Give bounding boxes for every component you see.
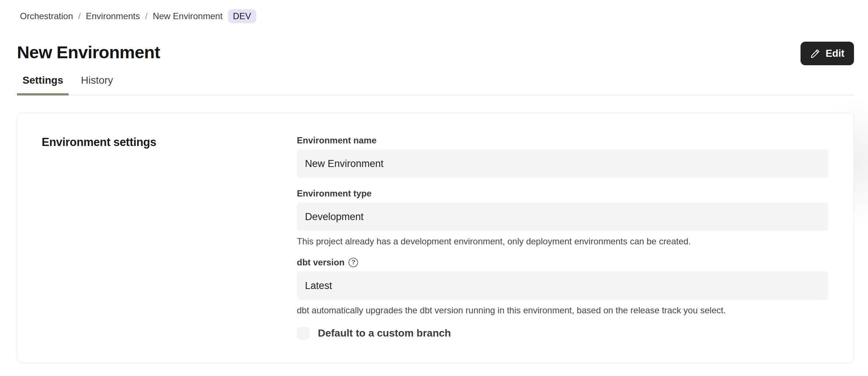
environment-type-helper: This project already has a development e… [297, 236, 829, 247]
environment-type-badge: DEV [228, 9, 256, 23]
card-heading: Environment settings [42, 135, 297, 344]
dbt-version-input[interactable]: Latest [297, 271, 829, 300]
breadcrumb-orchestration[interactable]: Orchestration [20, 11, 73, 21]
breadcrumb-new-environment: New Environment [153, 11, 222, 21]
environment-name-input[interactable]: New Environment [297, 149, 829, 178]
pencil-icon [810, 48, 820, 59]
breadcrumb: Orchestration / Environments / New Envir… [20, 9, 854, 23]
edit-button-label: Edit [826, 48, 844, 59]
environment-name-label: Environment name [297, 135, 829, 146]
custom-branch-label[interactable]: Default to a custom branch [318, 327, 451, 340]
help-icon[interactable]: ? [348, 258, 358, 267]
page-title: New Environment [17, 42, 160, 63]
custom-branch-checkbox[interactable] [297, 327, 310, 340]
tab-bar: Settings History [17, 74, 854, 95]
tab-settings[interactable]: Settings [17, 74, 69, 95]
breadcrumb-separator: / [145, 11, 147, 21]
environment-settings-form: Environment name New Environment Environ… [297, 135, 829, 344]
environment-type-label: Environment type [297, 188, 829, 199]
environment-settings-card: Environment settings Environment name Ne… [17, 112, 854, 363]
environment-type-input[interactable]: Development [297, 202, 829, 231]
field-environment-type: Environment type Development This projec… [297, 188, 829, 247]
dbt-version-helper: dbt automatically upgrades the dbt versi… [297, 305, 829, 316]
title-row: New Environment Edit [17, 42, 854, 65]
breadcrumb-environments[interactable]: Environments [86, 11, 140, 21]
field-environment-name: Environment name New Environment [297, 135, 829, 178]
custom-branch-row: Default to a custom branch [297, 327, 829, 340]
edit-button[interactable]: Edit [801, 42, 854, 65]
breadcrumb-separator: / [78, 11, 81, 21]
environment-page: Orchestration / Environments / New Envir… [0, 9, 868, 363]
dbt-version-label: dbt version ? [297, 257, 829, 268]
dbt-version-label-text: dbt version [297, 257, 344, 268]
field-dbt-version: dbt version ? Latest dbt automatically u… [297, 257, 829, 316]
tab-history[interactable]: History [75, 74, 118, 95]
